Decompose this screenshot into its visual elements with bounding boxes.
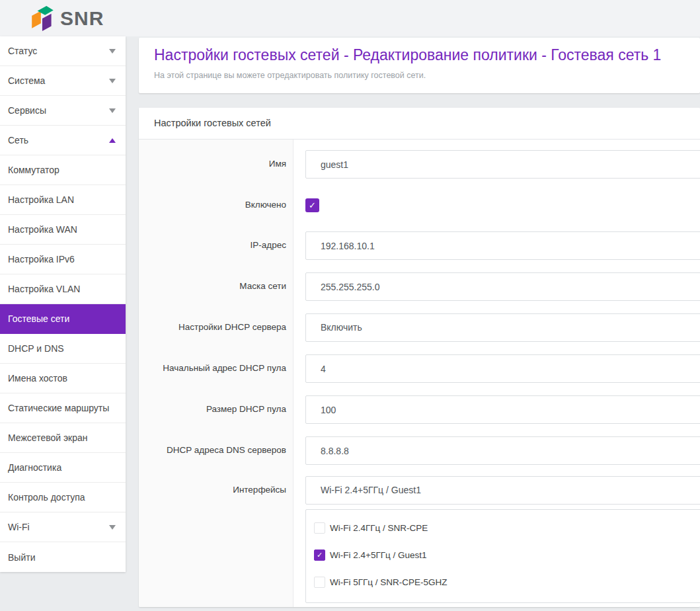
form-section-title: Настройки гостевых сетей bbox=[139, 108, 700, 140]
netmask-input[interactable] bbox=[305, 272, 700, 301]
sidebar-item-hostnames[interactable]: Имена хостов bbox=[0, 364, 126, 393]
sidebar-item-dhcp-dns[interactable]: DHCP и DNS bbox=[0, 334, 126, 364]
sidebar-item-network[interactable]: Сеть bbox=[0, 126, 126, 155]
sidebar-item-label: Межсетевой экран bbox=[8, 432, 88, 443]
page-header-card: Настройки гостевых сетей - Редактировани… bbox=[139, 38, 700, 93]
dhcp-mode-select[interactable]: Включить bbox=[305, 313, 700, 342]
field-label: Маска сети bbox=[139, 272, 293, 301]
form-row-dhcp-mode: Настройки DHCP сервера Включить bbox=[139, 307, 700, 348]
enabled-checkbox[interactable]: ✓ bbox=[305, 198, 319, 212]
form-row-enabled: Включено ✓ bbox=[139, 184, 700, 225]
form-row-interfaces: Интерфейсы Wi-Fi 2.4+5ГГц / Guest1 Wi-Fi… bbox=[139, 471, 700, 606]
sidebar-item-system[interactable]: Система bbox=[0, 66, 126, 96]
form-body: Имя Включено ✓ IP-адрес bbox=[139, 140, 700, 607]
checkmark-icon: ✓ bbox=[317, 551, 323, 559]
sidebar-item-label: Настройка VLAN bbox=[8, 284, 80, 294]
page-title: Настройки гостевых сетей - Редактировани… bbox=[154, 46, 700, 64]
interface-checkbox-unchecked[interactable] bbox=[314, 522, 325, 534]
field-label: Начальный адрес DHCP пула bbox=[139, 354, 293, 383]
sidebar-item-label: Сервисы bbox=[8, 105, 46, 116]
page-subtitle: На этой странице вы можете отредактирова… bbox=[154, 71, 700, 80]
snr-logo-icon bbox=[32, 5, 54, 32]
sidebar-item-ipv6-settings[interactable]: Настройка IPv6 bbox=[0, 245, 126, 274]
field-label: IP-адрес bbox=[139, 231, 293, 260]
chevron-down-icon bbox=[109, 79, 116, 83]
form-row-dhcp-pool-start: Начальный адрес DHCP пула bbox=[139, 348, 700, 389]
sidebar-item-services[interactable]: Сервисы bbox=[0, 96, 126, 126]
name-input[interactable] bbox=[305, 150, 700, 179]
sidebar-item-label: Настройка WAN bbox=[8, 224, 77, 235]
interfaces-options-panel: Wi-Fi 2.4ГГц / SNR-CPE ✓ Wi-Fi 2.4+5ГГц … bbox=[305, 509, 700, 603]
interface-option-label: Wi-Fi 2.4ГГц / SNR-CPE bbox=[330, 523, 428, 533]
chevron-up-icon bbox=[109, 138, 116, 143]
sidebar-item-label: Настройка IPv6 bbox=[8, 254, 75, 265]
sidebar-item-label: Настройка LAN bbox=[8, 194, 74, 205]
interface-option-label: Wi-Fi 2.4+5ГГц / Guest1 bbox=[330, 550, 427, 560]
sidebar-item-wan-settings[interactable]: Настройка WAN bbox=[0, 215, 126, 245]
sidebar-item-label: DHCP и DNS bbox=[8, 343, 64, 354]
field-label: Имя bbox=[139, 150, 293, 179]
form-row-ip-address: IP-адрес bbox=[139, 225, 700, 266]
chevron-down-icon bbox=[109, 108, 116, 113]
dhcp-pool-start-input[interactable] bbox=[305, 354, 700, 383]
sidebar-item-label: Имена хостов bbox=[8, 373, 67, 384]
sidebar-item-static-routes[interactable]: Статические маршруты bbox=[0, 393, 126, 423]
sidebar-item-label: Гостевые сети bbox=[8, 313, 69, 324]
sidebar-item-label: Система bbox=[8, 75, 45, 86]
interface-checkbox-unchecked[interactable] bbox=[314, 577, 325, 588]
guest-network-form-card: Настройки гостевых сетей Имя Включено ✓ bbox=[139, 108, 700, 607]
interfaces-select[interactable]: Wi-Fi 2.4+5ГГц / Guest1 bbox=[305, 476, 700, 505]
sidebar-item-lan-settings[interactable]: Настройка LAN bbox=[0, 185, 126, 215]
field-label: Настройки DHCP сервера bbox=[139, 313, 293, 342]
chevron-down-icon bbox=[109, 525, 116, 530]
dhcp-dns-input[interactable] bbox=[305, 436, 700, 465]
sidebar-item-label: Wi-Fi bbox=[8, 522, 30, 532]
sidebar-item-access-control[interactable]: Контроль доступа bbox=[0, 483, 126, 512]
sidebar-item-vlan-settings[interactable]: Настройка VLAN bbox=[0, 274, 126, 304]
field-label: Интерфейсы bbox=[139, 476, 293, 603]
interface-checkbox-checked[interactable]: ✓ bbox=[314, 550, 325, 561]
sidebar-item-label: Коммутатор bbox=[8, 165, 59, 175]
field-label: DHCP адреса DNS серверов bbox=[139, 436, 293, 465]
dhcp-pool-size-input[interactable] bbox=[305, 395, 700, 424]
sidebar-item-wifi[interactable]: Wi-Fi bbox=[0, 512, 126, 542]
sidebar-item-switch[interactable]: Коммутатор bbox=[0, 155, 126, 185]
main-content: Настройки гостевых сетей - Редактировани… bbox=[139, 38, 700, 607]
form-row-dhcp-pool-size: Размер DHCP пула bbox=[139, 389, 700, 430]
app-root: SNR Статус Система Сервисы Сеть Коммутат… bbox=[0, 0, 700, 611]
interface-option-wifi-5[interactable]: Wi-Fi 5ГГц / SNR-CPE-5GHZ bbox=[314, 577, 700, 588]
sidebar-item-label: Контроль доступа bbox=[8, 492, 85, 503]
sidebar-item-label: Статус bbox=[8, 46, 37, 56]
form-row-name: Имя bbox=[139, 143, 700, 184]
top-bar: SNR bbox=[0, 0, 700, 36]
snr-logo[interactable]: SNR bbox=[32, 5, 104, 32]
sidebar-item-guest-networks[interactable]: Гостевые сети bbox=[0, 304, 126, 334]
ip-address-input[interactable] bbox=[305, 231, 700, 260]
form-row-netmask: Маска сети bbox=[139, 266, 700, 307]
sidebar-item-label: Выйти bbox=[8, 552, 35, 563]
field-label: Включено bbox=[139, 191, 293, 219]
sidebar-item-diagnostics[interactable]: Диагностика bbox=[0, 453, 126, 483]
sidebar: Статус Система Сервисы Сеть Коммутатор Н… bbox=[0, 36, 126, 572]
checkmark-icon: ✓ bbox=[309, 200, 316, 210]
chevron-down-icon bbox=[109, 49, 116, 54]
interface-option-label: Wi-Fi 5ГГц / SNR-CPE-5GHZ bbox=[330, 577, 447, 587]
sidebar-item-logout[interactable]: Выйти bbox=[0, 542, 126, 572]
sidebar-item-label: Статические маршруты bbox=[8, 403, 109, 413]
sidebar-item-label: Диагностика bbox=[8, 462, 61, 473]
sidebar-item-status[interactable]: Статус bbox=[0, 36, 126, 66]
interface-option-wifi-24[interactable]: Wi-Fi 2.4ГГц / SNR-CPE bbox=[314, 522, 700, 534]
sidebar-item-label: Сеть bbox=[8, 135, 28, 145]
snr-logo-text: SNR bbox=[60, 7, 104, 30]
sidebar-item-firewall[interactable]: Межсетевой экран bbox=[0, 423, 126, 453]
field-label: Размер DHCP пула bbox=[139, 395, 293, 424]
interface-option-wifi-245-guest1[interactable]: ✓ Wi-Fi 2.4+5ГГц / Guest1 bbox=[314, 550, 700, 561]
form-row-dhcp-dns: DHCP адреса DNS серверов bbox=[139, 430, 700, 471]
